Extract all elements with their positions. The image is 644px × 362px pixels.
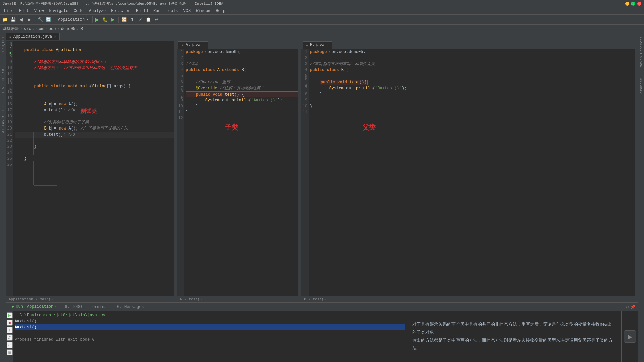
- code-m9: System.out.println("A=>test()");: [186, 97, 298, 103]
- nav-sep-1: ›: [20, 27, 22, 31]
- tab-application-close[interactable]: ✕: [54, 35, 56, 39]
- run-button[interactable]: ▶: [93, 16, 101, 23]
- toolbar-back[interactable]: ◀: [17, 16, 25, 23]
- clear-button[interactable]: 🗑: [7, 349, 13, 355]
- menu-file[interactable]: File: [1, 8, 16, 14]
- soft-wrap-button[interactable]: ↩: [7, 342, 13, 348]
- bottom-tab-run[interactable]: ▶ Run: Application ✕: [9, 303, 60, 310]
- toolbar-vcs[interactable]: 🔀: [120, 16, 128, 23]
- run-panel-tools: ▶ ■ ↓ 🖨 ↩ 🗑: [6, 311, 13, 362]
- nav-root[interactable]: 基础语法: [3, 26, 19, 32]
- rerun-button[interactable]: ▶: [7, 312, 13, 318]
- menu-vcs[interactable]: VCS: [181, 8, 194, 14]
- scroll-to-end[interactable]: ↓: [7, 327, 13, 333]
- project-panel-toggle[interactable]: 1: Project: [0, 34, 6, 60]
- minimize-button[interactable]: ─: [625, 2, 629, 6]
- toolbar-save[interactable]: 💾: [9, 16, 17, 23]
- menu-navigate[interactable]: Navigate: [46, 8, 71, 14]
- menu-code[interactable]: Code: [71, 8, 86, 14]
- menu-run[interactable]: Run: [151, 8, 163, 14]
- editor-left-content: 6 7 ▶ 8 9 10 11 12 13 ▶ 14 15 16 17 18 1…: [6, 41, 177, 296]
- code-l12: [15, 77, 174, 83]
- scrollbar-left[interactable]: [174, 41, 177, 296]
- bottom-tab-terminal[interactable]: Terminal: [87, 304, 113, 310]
- line-18: 18: [6, 113, 13, 119]
- panel-pin[interactable]: 📌: [630, 305, 635, 309]
- menu-view[interactable]: View: [32, 8, 47, 14]
- nav-com[interactable]: com: [36, 27, 44, 31]
- nav-demo05[interactable]: demo05: [61, 27, 75, 31]
- bottom-tab-todo[interactable]: 6: TODO: [61, 304, 85, 310]
- line-13: 13 ▶: [6, 83, 13, 89]
- toolbar-build[interactable]: 🔨: [37, 16, 44, 23]
- scrollbar-right[interactable]: [635, 49, 638, 296]
- menu-refactor[interactable]: Refactor: [108, 8, 133, 14]
- menu-analyze[interactable]: Analyze: [86, 8, 108, 14]
- code-m10: }: [186, 103, 298, 109]
- toolbar-revert[interactable]: ↩: [153, 16, 160, 23]
- ml-10: 10: [177, 103, 184, 109]
- editor-right: ☕ B.java ✕ 1 2 3 4 5 6 ● 7 8: [301, 41, 638, 302]
- menu-edit[interactable]: Edit: [16, 8, 32, 14]
- rl-6: 6 ●: [301, 79, 309, 85]
- maven-projects-toggle[interactable]: Maven Projects: [639, 34, 644, 69]
- toolbar-history[interactable]: 📋: [145, 16, 152, 23]
- annotation-text: 对于具有继承关系的两个类中具有的共同的非静态方法，重写之后，无论是什么类型的变量…: [412, 321, 616, 352]
- ml-2: 2: [177, 55, 184, 61]
- menu-window[interactable]: Window: [193, 8, 213, 14]
- code-m1: package com.oop.demo05;: [186, 49, 298, 55]
- toolbar-open[interactable]: 📁: [1, 16, 9, 23]
- tab-b-java[interactable]: ☕ B.java ✕: [303, 41, 332, 49]
- line-20: 20: [6, 125, 13, 132]
- rl-8: 8: [301, 91, 309, 97]
- structure-panel-toggle[interactable]: 2: Structure: [0, 67, 6, 98]
- favorites-panel-toggle[interactable]: 3: Favorites: [0, 104, 6, 135]
- menu-help[interactable]: Help: [213, 8, 228, 14]
- toolbar-commit[interactable]: ✓: [137, 16, 144, 23]
- bottom-panel: ▶ Run: Application ✕ 6: TODO Terminal 0:…: [6, 302, 638, 362]
- tab-application-java[interactable]: ☕ Application.java ✕: [6, 33, 60, 40]
- menu-tools[interactable]: Tools: [163, 8, 181, 14]
- database-toggle[interactable]: Database: [639, 76, 644, 98]
- bottom-tab-messages[interactable]: 0: Messages: [114, 304, 147, 310]
- editor-footer-middle: A › test(): [177, 296, 301, 302]
- ml-6: 6: [177, 79, 184, 85]
- toolbar-forward[interactable]: ▶: [25, 16, 33, 23]
- toolbar-update[interactable]: ⬆: [128, 16, 136, 23]
- menu-build[interactable]: Build: [133, 8, 151, 14]
- line-14: 14: [6, 89, 13, 95]
- code-l19: //父类的引用指向了子类: [15, 119, 174, 125]
- settings-icon[interactable]: ⚙: [625, 305, 629, 309]
- run-tab-close[interactable]: ✕: [55, 305, 57, 309]
- code-l6: [15, 41, 174, 47]
- nav-src[interactable]: src: [24, 27, 31, 31]
- tab-a-close[interactable]: ✕: [202, 43, 204, 47]
- maximize-button[interactable]: □: [631, 2, 635, 6]
- code-left[interactable]: public class Application { //静态的方法和非静态的方…: [13, 41, 174, 296]
- code-right[interactable]: package com.oop.demo05; //重写都是方法的重写，和属性无…: [309, 49, 635, 296]
- bottom-panel-header: ▶ Run: Application ✕ 6: TODO Terminal 0:…: [6, 303, 638, 311]
- debug-button[interactable]: 🐛: [101, 16, 109, 23]
- code-m11: }: [186, 109, 298, 115]
- run-config-dropdown[interactable]: Application ▾: [56, 16, 93, 23]
- output-line-5: Process finished with exit code 0: [15, 337, 405, 343]
- code-l26: [15, 162, 174, 168]
- tab-a-java[interactable]: ☕ A.java ✕: [178, 41, 208, 49]
- rl-1: 1: [301, 49, 309, 55]
- output-line-2: A=>test(): [15, 318, 405, 324]
- center-column: ☕ Application.java ✕ 6 7 ▶ 8 9 10 11: [6, 33, 638, 362]
- nav-b[interactable]: B: [80, 27, 83, 31]
- scrollbar-middle[interactable]: [298, 49, 301, 296]
- line-26: 26: [6, 162, 13, 168]
- close-button[interactable]: ✕: [637, 2, 641, 6]
- tab-b-close[interactable]: ✕: [326, 43, 328, 47]
- play-media-button[interactable]: ▶: [624, 330, 636, 343]
- code-l21: b.test(); //B: [15, 132, 174, 138]
- nav-oop[interactable]: oop: [49, 27, 56, 31]
- toolbar-sync[interactable]: 🔄: [45, 16, 52, 23]
- run-output[interactable]: C:\Environment\jdk8\jdk\bin\java.exe ...…: [13, 311, 407, 362]
- code-middle[interactable]: package com.oop.demo05; //继承 public clas…: [184, 49, 298, 296]
- stop-button[interactable]: ■: [7, 320, 13, 326]
- print-button[interactable]: 🖨: [7, 334, 13, 341]
- run-with-coverage[interactable]: ▶: [109, 16, 117, 23]
